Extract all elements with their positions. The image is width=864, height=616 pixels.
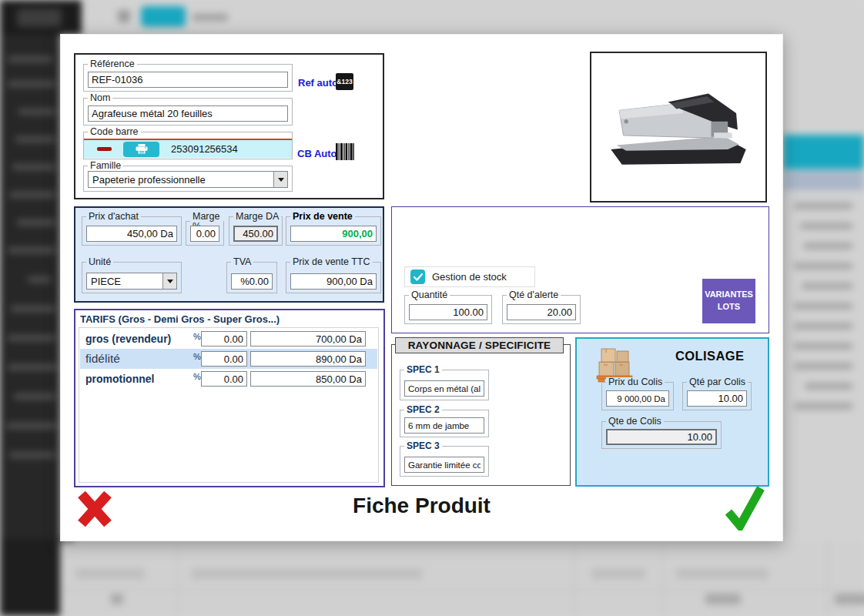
variantes-lots-button[interactable]: VARIANTES LOTS — [702, 279, 755, 323]
spec3-group: SPEC 3 — [400, 441, 489, 477]
percent-symbol: % — [193, 332, 201, 341]
percent-symbol: % — [193, 372, 201, 381]
background-topbar — [0, 0, 864, 35]
tva-input[interactable] — [231, 273, 273, 290]
marge-pct-input[interactable] — [190, 226, 219, 242]
ref-auto-generate-icon[interactable]: &123 — [336, 73, 353, 90]
nom-group: Nom — [83, 93, 293, 126]
tarif-percent-input[interactable] — [201, 371, 247, 387]
tva-label: TVA — [231, 257, 253, 267]
stapler-image — [598, 69, 759, 185]
gestion-stock-checkbox[interactable] — [410, 270, 425, 284]
famille-group: Famille Papeterie professionnelle — [83, 161, 293, 192]
prix-colis-group: Prix du Colis — [601, 377, 674, 410]
tarif-row-promotionnel: promotionnel % — [80, 369, 377, 389]
unite-group: Unité PIECE — [82, 257, 182, 293]
tva-group: TVA — [226, 257, 277, 293]
percent-symbol: % — [193, 352, 201, 361]
code-barre-value: 253091256534 — [171, 143, 238, 155]
qte-alerte-label: Qté d'alerte — [507, 290, 561, 300]
spec2-label: SPEC 2 — [404, 405, 442, 414]
reference-input[interactable] — [88, 72, 288, 88]
gestion-stock-group: Gestion de stock — [404, 266, 535, 287]
background-sidebar-header — [0, 0, 82, 35]
tarif-label: fidélité — [85, 352, 120, 366]
tarifs-header: TARIFS (Gros - Demi Gros - Super Gros...… — [80, 313, 280, 325]
cb-auto-barcode-icon[interactable] — [336, 143, 354, 160]
background-logo — [17, 8, 62, 27]
qte-par-colis-input[interactable] — [687, 390, 747, 407]
rayonnage-header: RAYONNAGE / SPECIFICITE — [395, 337, 564, 353]
nom-label: Nom — [88, 93, 112, 103]
quantite-label: Quantité — [409, 290, 450, 300]
background-teal-button — [141, 6, 186, 27]
tarif-price-input[interactable] — [250, 371, 366, 387]
code-barre-row: 253091256534 — [84, 139, 292, 158]
qte-de-colis-readonly — [606, 429, 717, 445]
variantes-line2: LOTS — [718, 301, 740, 313]
marge-da-readonly — [233, 226, 278, 242]
unite-value: PIECE — [87, 276, 162, 287]
tarif-percent-input[interactable] — [201, 351, 247, 367]
unite-label: Unité — [86, 257, 113, 267]
prix-vente-label: Prix de vente — [290, 212, 355, 222]
background-list-selected-row — [783, 172, 864, 190]
tarifs-section: TARIFS (Gros - Demi Gros - Super Gros...… — [74, 309, 385, 487]
famille-select[interactable]: Papeterie professionnelle — [88, 171, 288, 188]
cb-auto-label: CB Auto — [297, 148, 337, 159]
code-barre-group: Code barre 253091256534 — [83, 127, 293, 159]
tarif-row-gros: gros (revendeur) % — [80, 329, 377, 349]
prix-vente-ttc-label: Prix de vente TTC — [290, 257, 373, 267]
tarif-percent-input[interactable] — [201, 331, 247, 346]
qte-de-colis-group: Qte de Colis — [601, 417, 722, 449]
background-list-header — [783, 135, 864, 169]
barcode-remove-icon[interactable] — [97, 147, 112, 151]
prix-vente-ttc-group: Prix de vente TTC — [286, 257, 381, 293]
reference-group: Référence — [83, 59, 293, 92]
gestion-stock-label: Gestion de stock — [432, 271, 507, 283]
ref-auto-label: Ref auto — [298, 77, 338, 89]
prix-colis-label: Prix du Colis — [606, 377, 665, 387]
product-image-box — [590, 52, 767, 203]
spec2-group: SPEC 2 — [400, 405, 489, 437]
qte-alerte-input[interactable] — [507, 304, 576, 320]
quantite-input[interactable] — [409, 304, 487, 320]
prix-achat-group: Prix d'achat — [82, 212, 182, 246]
variantes-line1: VARIANTES — [705, 289, 753, 301]
background-toolbar-icon — [118, 10, 130, 22]
print-barcode-button[interactable] — [123, 142, 159, 157]
unite-select[interactable]: PIECE — [86, 273, 177, 290]
tarif-label: promotionnel — [85, 373, 154, 385]
chevron-down-icon — [273, 172, 287, 187]
qte-alerte-group: Qté d'alerte — [502, 290, 581, 324]
pricing-section: Prix d'achat Marge % Marge DA Prix de ve… — [74, 206, 384, 303]
printer-icon — [136, 144, 148, 154]
spec1-input[interactable] — [404, 380, 484, 397]
qte-par-colis-label: Qté par Colis — [687, 377, 748, 387]
stock-section: Gestion de stock Quantité Qté d'alerte V… — [391, 206, 769, 333]
spec2-input[interactable] — [404, 417, 484, 434]
background-product-list — [783, 35, 864, 616]
prix-vente-input[interactable] — [290, 226, 377, 242]
validate-button[interactable] — [725, 484, 765, 531]
spec1-label: SPEC 1 — [404, 365, 442, 374]
famille-label: Famille — [88, 161, 123, 171]
tarif-label: gros (revendeur) — [85, 333, 171, 345]
colisage-header: COLISAGE — [675, 349, 744, 363]
spec3-input[interactable] — [404, 457, 484, 473]
dialog-title: Fiche Produit — [61, 494, 782, 518]
background-table — [60, 541, 864, 616]
spec3-label: SPEC 3 — [404, 441, 442, 450]
reference-label: Référence — [88, 59, 137, 69]
prix-achat-input[interactable] — [86, 226, 177, 242]
tarif-price-input[interactable] — [250, 351, 366, 367]
tarif-price-input[interactable] — [250, 331, 366, 346]
prix-vente-ttc-input[interactable] — [290, 273, 377, 290]
nom-input[interactable] — [88, 105, 288, 122]
background-toolbar-text — [193, 14, 228, 21]
tarif-row-fidelite: fidélité % — [80, 349, 377, 369]
prix-vente-group: Prix de vente — [286, 212, 381, 246]
qte-de-colis-label: Qte de Colis — [606, 417, 664, 427]
prix-colis-input[interactable] — [606, 390, 669, 407]
chevron-down-icon — [162, 273, 176, 289]
